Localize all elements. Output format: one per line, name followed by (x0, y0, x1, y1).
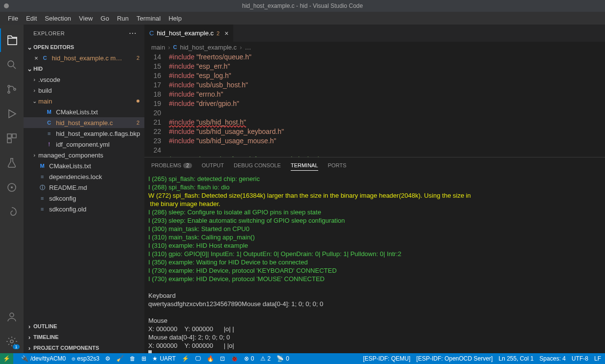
menu-view[interactable]: View (75, 13, 97, 24)
explorer-more-icon[interactable]: ⋯ (129, 28, 137, 38)
extensions-icon[interactable] (0, 127, 24, 150)
file-type-icon: M (38, 162, 46, 170)
window-dot (4, 3, 9, 8)
flask-icon[interactable] (0, 151, 24, 175)
menu-bar: File Edit Selection View Go Run Terminal… (0, 12, 605, 25)
open-editor-file[interactable]: × C hid_host_example.c m… 2 (24, 52, 144, 63)
file-item[interactable]: Chid_host_example.c2 (24, 117, 144, 128)
indent-status[interactable]: Spaces: 4 (540, 355, 566, 362)
chip-target[interactable]: ⌾ esp32s3 (72, 355, 99, 362)
menu-go[interactable]: Go (97, 13, 113, 24)
remote-button[interactable]: ⚡ (0, 353, 13, 364)
serial-port[interactable]: 🔌 /dev/ttyACM0 (21, 355, 66, 362)
project-components-section[interactable]: ›PROJECT COMPONENTS (24, 342, 144, 353)
debug-icon[interactable]: 🐞 (231, 355, 238, 362)
radio-count[interactable]: 📡 0 (276, 355, 289, 362)
outline-section[interactable]: ›OUTLINE (24, 321, 144, 332)
qemu-status[interactable]: [ESP-IDF: QEMU] (363, 355, 411, 362)
uart-label[interactable]: ★ UART (152, 355, 175, 362)
misc-icon[interactable]: ⊞ (141, 355, 146, 362)
file-item[interactable]: ≡sdkconfig (24, 193, 144, 204)
window-titlebar: hid_host_example.c - hid - Visual Studio… (0, 0, 605, 12)
close-icon[interactable]: × (34, 54, 38, 62)
terminal-output[interactable]: I (265) spi_flash: detected chip: generi… (144, 173, 605, 353)
svg-point-8 (11, 186, 13, 188)
search-icon[interactable] (0, 53, 24, 77)
file-tree: ›.vscode›build⌄mainMCMakeLists.txtChid_h… (24, 74, 144, 214)
encoding-status[interactable]: UTF-8 (572, 355, 588, 362)
eol-status[interactable]: LF (594, 355, 601, 362)
openocd-status[interactable]: [ESP-IDF: OpenOCD Server] (416, 355, 493, 362)
monitor-icon[interactable]: 🖵 (195, 355, 201, 362)
file-type-icon: ⓘ (38, 183, 46, 191)
menu-edit[interactable]: Edit (22, 13, 41, 24)
flash-icon[interactable]: ⚡ (182, 355, 189, 362)
file-type-icon: M (45, 108, 53, 116)
swirl-icon[interactable] (0, 200, 24, 224)
box-icon[interactable]: ⊡ (220, 355, 225, 362)
ports-tab[interactable]: PORTS (328, 160, 347, 170)
folder-item[interactable]: ›build (24, 85, 144, 96)
account-icon[interactable] (0, 305, 24, 329)
breadcrumb[interactable]: main› C hid_host_example.c› … (144, 42, 605, 52)
menu-file[interactable]: File (4, 13, 22, 24)
debug-console-tab[interactable]: DEBUG CONSOLE (234, 160, 281, 170)
c-file-icon: C (41, 54, 49, 62)
sdkconfig-icon[interactable]: ⚙ (105, 355, 110, 362)
file-item[interactable]: MCMakeLists.txt (24, 160, 144, 171)
svg-point-3 (14, 88, 16, 90)
file-item[interactable]: ≡sdkconfig.old (24, 204, 144, 214)
file-type-icon: ! (45, 140, 53, 148)
run-debug-icon[interactable] (0, 102, 24, 126)
menu-help[interactable]: Help (165, 13, 186, 24)
open-editors-section[interactable]: ⌄OPEN EDITORS (24, 42, 144, 52)
file-item[interactable]: !idf_component.yml (24, 139, 144, 150)
file-item[interactable]: ⓘREADME.md (24, 182, 144, 193)
output-tab[interactable]: OUTPUT (202, 160, 224, 170)
settings-icon[interactable]: 1 (0, 330, 24, 353)
source-control-icon[interactable] (0, 78, 24, 101)
warning-count[interactable]: ⚠ 2 (260, 355, 271, 362)
file-item[interactable]: ≡dependencies.lock (24, 171, 144, 182)
file-item[interactable]: MCMakeLists.txt (24, 106, 144, 117)
problems-tab[interactable]: PROBLEMS2 (151, 160, 192, 170)
project-section[interactable]: ⌄HID (24, 63, 144, 74)
timeline-section[interactable]: ›TIMELINE (24, 332, 144, 342)
cursor-position[interactable]: Ln 255, Col 1 (498, 355, 533, 362)
menu-run[interactable]: Run (113, 13, 133, 24)
file-type-icon: ≡ (38, 173, 46, 181)
svg-point-10 (10, 340, 13, 343)
build-icon[interactable]: 🗑 (130, 355, 136, 362)
svg-rect-4 (7, 134, 11, 138)
bottom-panel: PROBLEMS2 OUTPUT DEBUG CONSOLE TERMINAL … (144, 157, 605, 353)
menu-selection[interactable]: Selection (41, 13, 75, 24)
folder-item[interactable]: ›.vscode (24, 74, 144, 85)
close-icon[interactable]: × (224, 29, 228, 37)
editor-area: C hid_host_example.c 2 × main› C hid_hos… (144, 25, 605, 353)
editor-tabs: C hid_host_example.c 2 × (144, 25, 605, 42)
folder-item[interactable]: ⌄main (24, 96, 144, 106)
folder-item[interactable]: ›managed_components (24, 150, 144, 160)
menu-terminal[interactable]: Terminal (133, 13, 165, 24)
editor-tab[interactable]: C hid_host_example.c 2 × (144, 25, 234, 42)
file-type-icon: ≡ (38, 194, 46, 202)
espressif-icon[interactable] (0, 176, 24, 199)
svg-point-0 (8, 61, 14, 67)
svg-point-1 (8, 85, 10, 87)
svg-rect-5 (12, 134, 16, 138)
svg-point-9 (10, 313, 14, 317)
window-title: hid_host_example.c - hid - Visual Studio… (242, 2, 363, 9)
svg-point-2 (8, 91, 10, 93)
explorer-sidebar: EXPLORER ⋯ ⌄OPEN EDITORS × C hid_host_ex… (24, 25, 144, 353)
file-type-icon: C (45, 119, 53, 127)
error-count[interactable]: ⊗ 0 (244, 355, 254, 362)
terminal-tab[interactable]: TERMINAL (291, 160, 318, 171)
explorer-icon[interactable] (0, 28, 24, 52)
flame-icon[interactable]: 🔥 (207, 355, 214, 362)
code-editor[interactable]: 14 15 16 17 18 19 20 21 22 23 24 25 #inc… (144, 52, 605, 157)
c-file-icon: C (149, 29, 154, 37)
activity-bar: 1 (0, 25, 24, 353)
file-item[interactable]: ≡hid_host_example.c.flags.bkp (24, 128, 144, 139)
c-file-icon: C (173, 44, 177, 50)
clean-icon[interactable]: 🧹 (116, 355, 124, 362)
